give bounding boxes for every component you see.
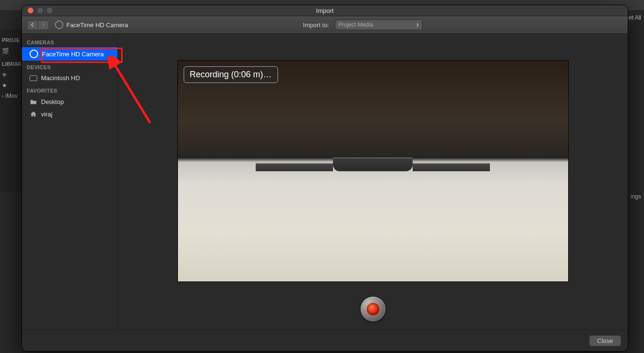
bg-sidebar-item-imovie: › iMov xyxy=(0,91,21,101)
record-button[interactable] xyxy=(361,297,385,322)
nav-back-button[interactable] xyxy=(27,21,38,30)
window-controls xyxy=(22,8,52,13)
close-button-label: Close xyxy=(597,337,613,344)
import-window: Import FaceTime HD Camera Import to: Pro… xyxy=(21,5,628,352)
nav-forward-button[interactable] xyxy=(38,21,49,30)
import-preview-area: Recording (0:06 m)… xyxy=(118,34,628,330)
camera-icon xyxy=(55,21,63,29)
home-icon xyxy=(30,110,37,118)
harddrive-icon xyxy=(30,75,37,81)
nav-buttons xyxy=(27,20,49,30)
sidebar-section-cameras: CAMERAS xyxy=(22,36,117,47)
import-titlebar[interactable]: Import xyxy=(22,5,628,16)
camera-preview: Recording (0:06 m)… xyxy=(178,61,568,281)
close-button[interactable]: Close xyxy=(589,335,621,346)
bg-sidebar-item-projects-icon: 🎬 xyxy=(0,46,21,56)
sidebar-item-label: Macintosh HD xyxy=(41,74,80,82)
chevron-right-icon xyxy=(42,22,45,27)
select-stepper-icon: ▲▼ xyxy=(416,22,419,27)
background-sidebar: PROJE 🎬 LIBRAR ✳︎ ★ › iMov xyxy=(0,30,21,192)
sidebar-section-devices: DEVICES xyxy=(22,61,117,72)
sidebar-item-desktop[interactable]: Desktop xyxy=(22,95,117,108)
sidebar-item-label: FaceTime HD Camera xyxy=(42,51,104,58)
import-body: CAMERAS FaceTime HD Camera DEVICES Macin… xyxy=(22,34,628,330)
import-to-value: Project Media xyxy=(338,21,373,28)
sidebar-section-favorites: FAVORITES xyxy=(22,84,117,95)
import-title: Import xyxy=(22,7,628,14)
recording-status-badge: Recording (0:06 m)… xyxy=(184,66,278,83)
sidebar-item-home[interactable]: viraj xyxy=(22,108,117,120)
window-zoom-button[interactable] xyxy=(47,8,52,13)
location-path-label: FaceTime HD Camera xyxy=(66,21,128,29)
preview-content xyxy=(256,158,490,172)
bg-sidebar-section-library: LIBRAR xyxy=(0,58,21,70)
record-icon xyxy=(367,303,379,315)
sidebar-item-label: viraj xyxy=(41,111,52,118)
sidebar-item-macintosh-hd[interactable]: Macintosh HD xyxy=(22,72,117,84)
import-toolbar: FaceTime HD Camera Import to: Project Me… xyxy=(22,16,628,34)
camera-icon xyxy=(30,50,38,58)
folder-icon xyxy=(30,98,37,105)
location-path[interactable]: FaceTime HD Camera xyxy=(55,21,128,29)
bg-sidebar-item-favorites-icon: ★ xyxy=(0,80,21,91)
bg-sidebar-section-projects: PROJE xyxy=(0,34,21,46)
chevron-left-icon xyxy=(31,22,34,27)
window-close-button[interactable] xyxy=(28,8,33,13)
import-sidebar: CAMERAS FaceTime HD Camera DEVICES Macin… xyxy=(22,34,118,330)
window-minimize-button[interactable] xyxy=(37,8,43,13)
sidebar-item-facetime-camera[interactable]: FaceTime HD Camera xyxy=(22,47,117,61)
bg-sidebar-item-effects-icon: ✳︎ xyxy=(0,70,21,80)
import-to-label: Import to: xyxy=(303,21,329,29)
import-to-select[interactable]: Project Media ▲▼ xyxy=(335,20,423,30)
recording-status-label: Recording (0:06 m)… xyxy=(190,70,272,79)
sidebar-item-label: Desktop xyxy=(41,98,64,105)
bg-sidebar-item-imovie-label: iMov xyxy=(5,93,17,99)
import-footer: Close xyxy=(22,330,628,351)
